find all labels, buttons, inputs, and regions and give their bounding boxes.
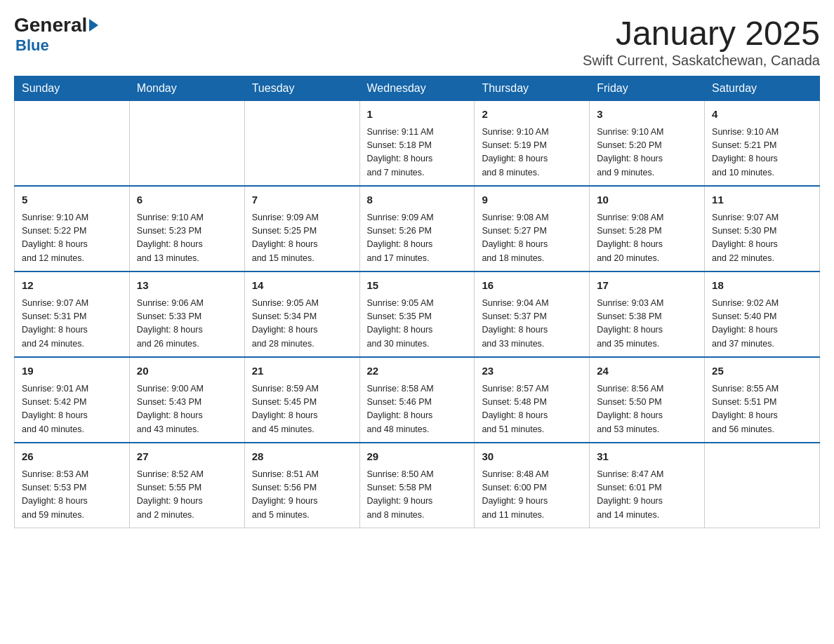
day-cell: 13Sunrise: 9:06 AM Sunset: 5:33 PM Dayli… [129,271,244,357]
day-cell: 23Sunrise: 8:57 AM Sunset: 5:48 PM Dayli… [475,357,590,443]
day-number: 15 [367,278,468,294]
day-number: 17 [597,278,697,294]
day-cell: 24Sunrise: 8:56 AM Sunset: 5:50 PM Dayli… [590,357,705,443]
week-row-3: 12Sunrise: 9:07 AM Sunset: 5:31 PM Dayli… [15,271,820,357]
day-info: Sunrise: 8:50 AM Sunset: 5:58 PM Dayligh… [367,468,468,523]
day-cell [129,101,244,187]
day-number: 22 [367,363,468,380]
day-number: 23 [482,363,582,380]
day-number: 10 [597,192,697,208]
day-cell: 31Sunrise: 8:47 AM Sunset: 6:01 PM Dayli… [590,443,705,528]
header-tuesday: Tuesday [244,76,359,101]
page-header: General Blue January 2025 Swift Current,… [14,14,820,69]
page-title: January 2025 [583,14,820,53]
day-info: Sunrise: 8:56 AM Sunset: 5:50 PM Dayligh… [597,382,697,437]
day-cell: 21Sunrise: 8:59 AM Sunset: 5:45 PM Dayli… [244,357,359,443]
day-info: Sunrise: 9:04 AM Sunset: 5:37 PM Dayligh… [482,297,582,351]
day-info: Sunrise: 8:55 AM Sunset: 5:51 PM Dayligh… [712,382,812,437]
header-monday: Monday [129,76,244,101]
day-info: Sunrise: 9:00 AM Sunset: 5:43 PM Dayligh… [137,382,237,437]
day-info: Sunrise: 8:53 AM Sunset: 5:53 PM Dayligh… [22,468,122,523]
day-cell: 8Sunrise: 9:09 AM Sunset: 5:26 PM Daylig… [359,186,475,271]
day-number: 9 [482,192,582,208]
day-info: Sunrise: 8:47 AM Sunset: 6:01 PM Dayligh… [597,468,697,523]
day-info: Sunrise: 9:03 AM Sunset: 5:38 PM Dayligh… [597,297,697,351]
day-info: Sunrise: 9:07 AM Sunset: 5:31 PM Dayligh… [22,297,122,351]
day-cell: 5Sunrise: 9:10 AM Sunset: 5:22 PM Daylig… [15,186,130,271]
day-cell [15,101,130,187]
day-info: Sunrise: 9:01 AM Sunset: 5:42 PM Dayligh… [22,382,122,437]
day-info: Sunrise: 8:58 AM Sunset: 5:46 PM Dayligh… [367,382,468,437]
day-cell: 4Sunrise: 9:10 AM Sunset: 5:21 PM Daylig… [705,101,820,187]
day-number: 12 [22,278,122,294]
day-cell: 10Sunrise: 9:08 AM Sunset: 5:28 PM Dayli… [590,186,705,271]
day-cell: 16Sunrise: 9:04 AM Sunset: 5:37 PM Dayli… [475,271,590,357]
day-number: 6 [137,192,237,208]
day-info: Sunrise: 8:59 AM Sunset: 5:45 PM Dayligh… [252,382,352,437]
day-number: 8 [367,192,468,208]
day-number: 19 [22,363,122,380]
day-number: 1 [367,107,468,123]
day-number: 18 [712,278,812,294]
day-number: 4 [712,107,812,123]
day-info: Sunrise: 8:52 AM Sunset: 5:55 PM Dayligh… [137,468,237,523]
day-info: Sunrise: 8:51 AM Sunset: 5:56 PM Dayligh… [252,468,352,523]
header-thursday: Thursday [475,76,590,101]
header-sunday: Sunday [15,76,130,101]
day-cell: 17Sunrise: 9:03 AM Sunset: 5:38 PM Dayli… [590,271,705,357]
day-number: 11 [712,192,812,208]
page-subtitle: Swift Current, Saskatchewan, Canada [583,53,820,69]
day-cell: 30Sunrise: 8:48 AM Sunset: 6:00 PM Dayli… [475,443,590,528]
day-number: 2 [482,107,582,123]
day-number: 7 [252,192,352,208]
day-info: Sunrise: 8:48 AM Sunset: 6:00 PM Dayligh… [482,468,582,523]
day-cell: 18Sunrise: 9:02 AM Sunset: 5:40 PM Dayli… [705,271,820,357]
header-saturday: Saturday [705,76,820,101]
calendar-table: SundayMondayTuesdayWednesdayThursdayFrid… [14,76,820,528]
logo-arrow-icon [89,19,98,32]
day-cell: 22Sunrise: 8:58 AM Sunset: 5:46 PM Dayli… [359,357,475,443]
day-cell: 19Sunrise: 9:01 AM Sunset: 5:42 PM Dayli… [15,357,130,443]
day-cell: 15Sunrise: 9:05 AM Sunset: 5:35 PM Dayli… [359,271,475,357]
day-cell [705,443,820,528]
header-wednesday: Wednesday [359,76,475,101]
day-cell: 1Sunrise: 9:11 AM Sunset: 5:18 PM Daylig… [359,101,475,187]
title-section: January 2025 Swift Current, Saskatchewan… [583,14,820,69]
day-info: Sunrise: 9:09 AM Sunset: 5:25 PM Dayligh… [252,211,352,266]
day-number: 14 [252,278,352,294]
day-number: 31 [597,449,697,465]
day-info: Sunrise: 9:10 AM Sunset: 5:23 PM Dayligh… [137,211,237,266]
day-cell: 9Sunrise: 9:08 AM Sunset: 5:27 PM Daylig… [475,186,590,271]
day-info: Sunrise: 9:11 AM Sunset: 5:18 PM Dayligh… [367,126,468,180]
day-number: 25 [712,363,812,380]
day-number: 24 [597,363,697,380]
day-number: 30 [482,449,582,465]
day-info: Sunrise: 9:10 AM Sunset: 5:19 PM Dayligh… [482,126,582,180]
day-number: 27 [137,449,237,465]
day-number: 3 [597,107,697,123]
week-row-4: 19Sunrise: 9:01 AM Sunset: 5:42 PM Dayli… [15,357,820,443]
day-cell: 26Sunrise: 8:53 AM Sunset: 5:53 PM Dayli… [15,443,130,528]
logo: General Blue [14,14,100,55]
logo-general: General [14,14,87,36]
calendar-header-row: SundayMondayTuesdayWednesdayThursdayFrid… [15,76,820,101]
day-info: Sunrise: 9:10 AM Sunset: 5:21 PM Dayligh… [712,126,812,180]
day-number: 5 [22,192,122,208]
day-cell: 28Sunrise: 8:51 AM Sunset: 5:56 PM Dayli… [244,443,359,528]
day-info: Sunrise: 9:06 AM Sunset: 5:33 PM Dayligh… [137,297,237,351]
day-cell: 6Sunrise: 9:10 AM Sunset: 5:23 PM Daylig… [129,186,244,271]
week-row-1: 1Sunrise: 9:11 AM Sunset: 5:18 PM Daylig… [15,101,820,187]
day-info: Sunrise: 9:09 AM Sunset: 5:26 PM Dayligh… [367,211,468,266]
day-cell: 12Sunrise: 9:07 AM Sunset: 5:31 PM Dayli… [15,271,130,357]
day-info: Sunrise: 9:05 AM Sunset: 5:34 PM Dayligh… [252,297,352,351]
day-info: Sunrise: 9:10 AM Sunset: 5:22 PM Dayligh… [22,211,122,266]
day-cell: 3Sunrise: 9:10 AM Sunset: 5:20 PM Daylig… [590,101,705,187]
day-number: 21 [252,363,352,380]
day-cell: 11Sunrise: 9:07 AM Sunset: 5:30 PM Dayli… [705,186,820,271]
day-number: 20 [137,363,237,380]
day-info: Sunrise: 9:07 AM Sunset: 5:30 PM Dayligh… [712,211,812,266]
day-number: 28 [252,449,352,465]
day-cell: 7Sunrise: 9:09 AM Sunset: 5:25 PM Daylig… [244,186,359,271]
day-info: Sunrise: 9:02 AM Sunset: 5:40 PM Dayligh… [712,297,812,351]
day-number: 26 [22,449,122,465]
